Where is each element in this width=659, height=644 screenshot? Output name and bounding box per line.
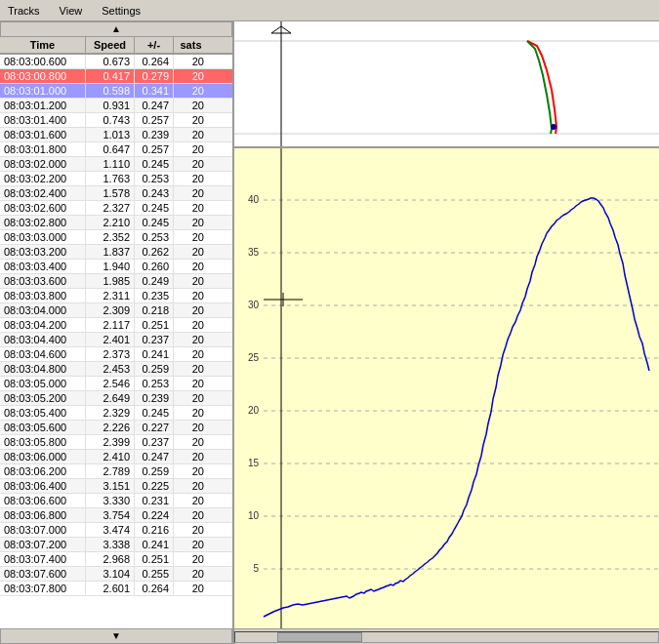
cell-speed: 2.789 [86, 464, 135, 478]
cell-delta: 0.239 [135, 391, 174, 405]
table-row[interactable]: 08:03:04.800 2.453 0.259 20 [0, 362, 232, 377]
table-row[interactable]: 08:03:02.800 2.210 0.245 20 [0, 216, 232, 230]
cell-time: 08:03:02.600 [0, 201, 86, 215]
table-row[interactable]: 08:03:05.200 2.649 0.239 20 [0, 391, 232, 406]
table-row[interactable]: 08:03:04.000 2.309 0.218 20 [0, 303, 232, 318]
table-body[interactable]: 08:03:00.600 0.673 0.264 20 08:03:00.800… [0, 55, 232, 628]
cell-time: 08:03:01.000 [0, 84, 86, 98]
cell-delta: 0.253 [135, 377, 174, 390]
chart-scroll-bottom[interactable] [234, 628, 659, 644]
table-row[interactable]: 08:03:01.400 0.743 0.257 20 [0, 113, 232, 128]
table-row[interactable]: 08:03:01.000 0.598 0.341 20 [0, 84, 232, 99]
table-row[interactable]: 08:03:03.600 1.985 0.249 20 [0, 274, 232, 289]
table-row[interactable]: 08:03:01.600 1.013 0.239 20 [0, 128, 232, 142]
table-row[interactable]: 08:03:02.400 1.578 0.243 20 [0, 186, 232, 201]
cell-time: 08:03:03.800 [0, 289, 86, 302]
cell-sats: 20 [174, 508, 208, 522]
cell-delta: 0.257 [135, 142, 174, 156]
cell-speed: 0.743 [86, 113, 135, 127]
cell-sats: 20 [174, 450, 208, 463]
table-row[interactable]: 08:03:04.600 2.373 0.241 20 [0, 347, 232, 362]
menu-bar: Tracks View Settings [0, 0, 659, 21]
cell-sats: 20 [174, 289, 208, 302]
cell-delta: 0.218 [135, 303, 174, 317]
table-row[interactable]: 08:03:01.200 0.931 0.247 20 [0, 99, 232, 113]
table-row[interactable]: 08:03:02.000 1.110 0.245 20 [0, 157, 232, 172]
svg-rect-8 [234, 148, 659, 628]
table-panel: ▲ Time Speed +/- sats 08:03:00.600 0.673… [0, 21, 234, 644]
menu-tracks[interactable]: Tracks [4, 4, 44, 18]
cell-sats: 20 [174, 216, 208, 229]
cell-time: 08:03:01.600 [0, 128, 86, 141]
table-row[interactable]: 08:03:03.000 2.352 0.253 20 [0, 230, 232, 245]
cell-delta: 0.264 [135, 582, 174, 595]
cell-delta: 0.279 [135, 69, 174, 83]
table-row[interactable]: 08:03:06.000 2.410 0.247 20 [0, 450, 232, 464]
col-sats: sats [174, 37, 208, 53]
cell-time: 08:03:07.600 [0, 567, 86, 581]
table-row[interactable]: 08:03:07.600 3.104 0.255 20 [0, 567, 232, 582]
cell-delta: 0.224 [135, 508, 174, 522]
table-row[interactable]: 08:03:00.800 0.417 0.279 20 [0, 69, 232, 84]
cell-speed: 2.453 [86, 362, 135, 376]
cell-delta: 0.253 [135, 172, 174, 185]
cell-time: 08:03:01.800 [0, 142, 86, 156]
table-row[interactable]: 08:03:06.600 3.330 0.231 20 [0, 494, 232, 508]
cell-speed: 2.226 [86, 421, 135, 434]
table-row[interactable]: 08:03:01.800 0.647 0.257 20 [0, 142, 232, 157]
table-scroll-up[interactable]: ▲ [0, 21, 232, 37]
table-row[interactable]: 08:03:06.400 3.151 0.225 20 [0, 479, 232, 494]
table-row[interactable]: 08:03:02.600 2.327 0.245 20 [0, 201, 232, 216]
cell-delta: 0.245 [135, 406, 174, 420]
cell-time: 08:03:06.000 [0, 450, 86, 463]
cell-delta: 0.237 [135, 435, 174, 449]
table-row[interactable]: 08:03:05.400 2.329 0.245 20 [0, 406, 232, 421]
cell-time: 08:03:07.200 [0, 538, 86, 551]
cell-delta: 0.247 [135, 450, 174, 463]
table-row[interactable]: 08:03:05.000 2.546 0.253 20 [0, 377, 232, 391]
cell-time: 08:03:04.200 [0, 318, 86, 332]
svg-rect-0 [234, 21, 659, 146]
table-row[interactable]: 08:03:04.400 2.401 0.237 20 [0, 333, 232, 347]
svg-text:20: 20 [248, 405, 260, 416]
table-row[interactable]: 08:03:07.200 3.338 0.241 20 [0, 538, 232, 552]
table-row[interactable]: 08:03:05.800 2.399 0.237 20 [0, 435, 232, 450]
cell-time: 08:03:02.800 [0, 216, 86, 229]
cell-delta: 0.260 [135, 260, 174, 273]
cell-sats: 20 [174, 186, 208, 200]
cell-speed: 2.327 [86, 201, 135, 215]
table-row[interactable]: 08:03:00.600 0.673 0.264 20 [0, 55, 232, 69]
table-row[interactable]: 08:03:05.600 2.226 0.227 20 [0, 421, 232, 435]
chart-panel: 40 35 30 25 20 15 10 5 [234, 21, 659, 644]
menu-settings[interactable]: Settings [98, 4, 144, 18]
table-row[interactable]: 08:03:06.200 2.789 0.259 20 [0, 464, 232, 479]
cell-time: 08:03:03.000 [0, 230, 86, 244]
table-row[interactable]: 08:03:07.400 2.968 0.251 20 [0, 552, 232, 567]
table-row[interactable]: 08:03:07.800 2.601 0.264 20 [0, 582, 232, 596]
cell-speed: 1.578 [86, 186, 135, 200]
table-row[interactable]: 08:03:04.200 2.117 0.251 20 [0, 318, 232, 333]
cell-time: 08:03:07.400 [0, 552, 86, 566]
cell-time: 08:03:05.200 [0, 391, 86, 405]
table-row[interactable]: 08:03:03.800 2.311 0.235 20 [0, 289, 232, 303]
cell-time: 08:03:05.000 [0, 377, 86, 390]
cell-sats: 20 [174, 260, 208, 273]
svg-text:40: 40 [248, 194, 260, 205]
cell-speed: 3.338 [86, 538, 135, 551]
table-row[interactable]: 08:03:07.000 3.474 0.216 20 [0, 523, 232, 538]
cell-time: 08:03:06.400 [0, 479, 86, 493]
cell-speed: 2.210 [86, 216, 135, 229]
cell-sats: 20 [174, 245, 208, 259]
cell-delta: 0.249 [135, 274, 174, 288]
table-row[interactable]: 08:03:03.400 1.940 0.260 20 [0, 260, 232, 274]
table-row[interactable]: 08:03:02.200 1.763 0.253 20 [0, 172, 232, 186]
menu-view[interactable]: View [56, 4, 87, 18]
table-row[interactable]: 08:03:06.800 3.754 0.224 20 [0, 508, 232, 523]
cell-sats: 20 [174, 201, 208, 215]
chart-top [234, 21, 659, 148]
cell-time: 08:03:04.800 [0, 362, 86, 376]
table-row[interactable]: 08:03:03.200 1.837 0.262 20 [0, 245, 232, 260]
cell-sats: 20 [174, 362, 208, 376]
table-scroll-down[interactable]: ▼ [0, 628, 232, 644]
cell-speed: 2.309 [86, 303, 135, 317]
